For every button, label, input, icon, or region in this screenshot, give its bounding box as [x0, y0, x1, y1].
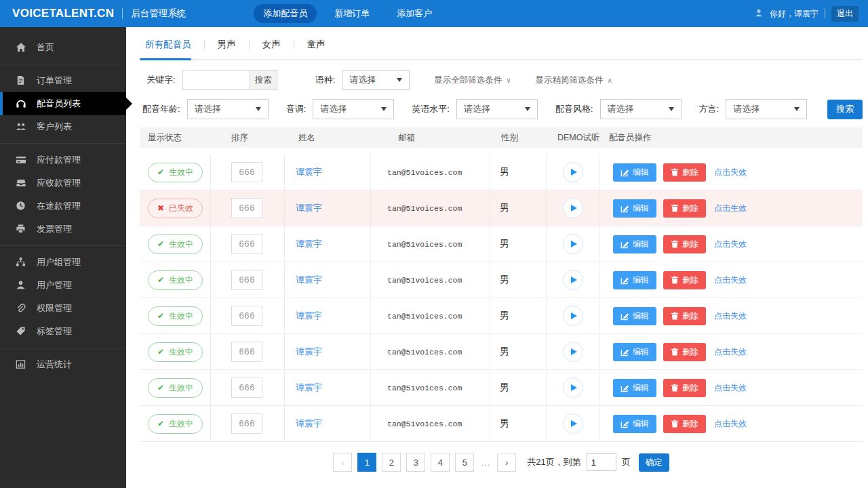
demo-play-button[interactable]: [563, 413, 583, 434]
tab-female-voice[interactable]: 女声: [262, 39, 281, 51]
demo-play-button[interactable]: [563, 198, 583, 218]
delete-button[interactable]: 删除: [663, 415, 706, 433]
tab-male-voice[interactable]: 男声: [218, 39, 236, 51]
sort-input[interactable]: [231, 234, 262, 254]
toggle-status-link[interactable]: 点击生效: [714, 203, 747, 214]
logout-button[interactable]: 退出: [831, 6, 859, 22]
sidebar-item-customer-list[interactable]: 客户列表: [0, 115, 126, 138]
edit-button[interactable]: 编辑: [613, 235, 656, 253]
sort-input[interactable]: [231, 342, 262, 362]
sidebar-item-order-management[interactable]: 订单管理: [0, 69, 126, 92]
page-button-5[interactable]: 5: [455, 453, 474, 472]
demo-play-button[interactable]: [563, 342, 583, 362]
page-button-2[interactable]: 2: [382, 453, 401, 472]
tone-select[interactable]: 请选择: [313, 99, 394, 119]
sidebar-item-invoice-management[interactable]: 发票管理: [0, 218, 126, 241]
toggle-status-link[interactable]: 点击失效: [714, 382, 747, 394]
sort-input[interactable]: [231, 198, 262, 218]
voice-actor-name-link[interactable]: 谭震宇: [296, 238, 322, 250]
filter-search-button[interactable]: 搜索: [827, 100, 863, 119]
play-icon: [571, 169, 577, 176]
toggle-status-link[interactable]: 点击失效: [714, 239, 747, 250]
delete-button[interactable]: 删除: [663, 271, 706, 289]
voice-actor-name-link[interactable]: 谭震宇: [296, 202, 322, 214]
sort-input[interactable]: [231, 306, 262, 326]
page-button-1[interactable]: 1: [357, 453, 376, 472]
sidebar-item-receivables-management[interactable]: 应收款管理: [0, 171, 126, 195]
sidebar-item-user-group-management[interactable]: 用户组管理: [0, 251, 126, 274]
page-button-3[interactable]: 3: [406, 453, 425, 472]
show-all-filters-toggle[interactable]: 显示全部筛选条件 ∨: [434, 75, 511, 86]
next-page-button[interactable]: ›: [497, 453, 516, 472]
toggle-status-link[interactable]: 点击失效: [714, 310, 747, 322]
toggle-status-link[interactable]: 点击失效: [714, 346, 747, 358]
demo-play-button[interactable]: [563, 378, 583, 398]
sidebar-item-payables-management[interactable]: 应付款管理: [0, 148, 126, 171]
demo-play-button[interactable]: [563, 234, 583, 254]
voice-age-select[interactable]: 请选择: [187, 99, 269, 119]
clock-icon: [16, 201, 26, 211]
delete-button[interactable]: 删除: [663, 343, 706, 361]
keyword-input[interactable]: [182, 70, 250, 90]
show-simple-filters-toggle[interactable]: 显示精简筛选条件 ∧: [536, 75, 612, 86]
goto-confirm-button[interactable]: 确定: [639, 453, 669, 472]
chevron-up-icon: ∧: [608, 77, 612, 84]
delete-button[interactable]: 删除: [663, 307, 706, 325]
topbar: VOICETALENT.CN 后台管理系统 添加配音员新增订单添加客户 你好，谭…: [0, 0, 868, 27]
topnav-add-order[interactable]: 新增订单: [325, 4, 379, 23]
prev-page-button[interactable]: ‹: [333, 453, 352, 472]
chevron-down-icon: ∨: [506, 77, 511, 84]
sidebar-item-permission-management[interactable]: 权限管理: [0, 297, 126, 320]
delete-button-label: 删除: [682, 346, 698, 358]
topnav-add-customer[interactable]: 添加客户: [387, 4, 441, 23]
sort-input[interactable]: [231, 162, 262, 182]
delete-button[interactable]: 删除: [663, 163, 706, 182]
edit-button[interactable]: 编辑: [613, 415, 656, 433]
delete-button[interactable]: 删除: [663, 199, 706, 218]
tab-all-voice-actors[interactable]: 所有配音员: [145, 39, 191, 51]
sort-input[interactable]: [231, 378, 262, 398]
voice-actor-name-link[interactable]: 谭震宇: [296, 418, 322, 430]
toggle-status-link[interactable]: 点击失效: [714, 418, 747, 430]
voice-actor-name-link[interactable]: 谭震宇: [296, 382, 322, 394]
edit-button[interactable]: 编辑: [613, 307, 656, 325]
language-select[interactable]: 请选择: [342, 70, 410, 90]
status-cell: ✔生效中: [140, 334, 211, 369]
voice-actor-name-link[interactable]: 谭震宇: [296, 346, 322, 358]
goto-page-input[interactable]: [587, 453, 616, 471]
sidebar-item-home[interactable]: 首页: [0, 36, 126, 59]
page-button-4[interactable]: 4: [431, 453, 450, 472]
sidebar-item-voice-actor-list[interactable]: 配音员列表: [0, 92, 126, 115]
brand-logo[interactable]: VOICETALENT.CN: [12, 7, 114, 20]
sidebar-item-user-management[interactable]: 用户管理: [0, 274, 126, 297]
sort-input[interactable]: [231, 270, 262, 290]
edit-button[interactable]: 编辑: [613, 379, 656, 397]
keyword-search-button[interactable]: 搜索: [250, 70, 277, 90]
sidebar-item-tag-management[interactable]: 标签管理: [0, 320, 126, 343]
demo-play-button[interactable]: [563, 162, 583, 182]
edit-button[interactable]: 编辑: [613, 199, 656, 218]
tab-child-voice[interactable]: 童声: [307, 39, 326, 51]
toggle-status-link[interactable]: 点击失效: [714, 274, 747, 286]
topnav-add-voice-actor[interactable]: 添加配音员: [254, 4, 317, 23]
voice-actor-name-link[interactable]: 谭震宇: [296, 310, 322, 322]
english-level-select[interactable]: 请选择: [456, 99, 538, 119]
edit-button[interactable]: 编辑: [613, 271, 656, 289]
sidebar-item-in-transit-funds-management[interactable]: 在途款管理: [0, 195, 126, 218]
voice-style-select[interactable]: 请选择: [600, 99, 682, 119]
delete-button[interactable]: 删除: [663, 379, 706, 397]
voice-actor-name-link[interactable]: 谭震宇: [296, 274, 322, 286]
toggle-status-link[interactable]: 点击失效: [714, 167, 747, 178]
status-label: 已失效: [169, 203, 193, 214]
edit-button[interactable]: 编辑: [613, 343, 656, 361]
dialect-select[interactable]: 请选择: [726, 99, 807, 119]
demo-play-button[interactable]: [563, 306, 583, 326]
status-badge: ✔生效中: [148, 306, 203, 326]
demo-play-button[interactable]: [563, 270, 583, 290]
voice-actor-name-link[interactable]: 谭震宇: [296, 166, 322, 178]
user-icon: [754, 8, 764, 20]
delete-button[interactable]: 删除: [663, 235, 706, 253]
sort-input[interactable]: [231, 413, 262, 434]
edit-button[interactable]: 编辑: [613, 163, 656, 182]
sidebar-item-operation-statistics[interactable]: 运营统计: [0, 353, 126, 376]
